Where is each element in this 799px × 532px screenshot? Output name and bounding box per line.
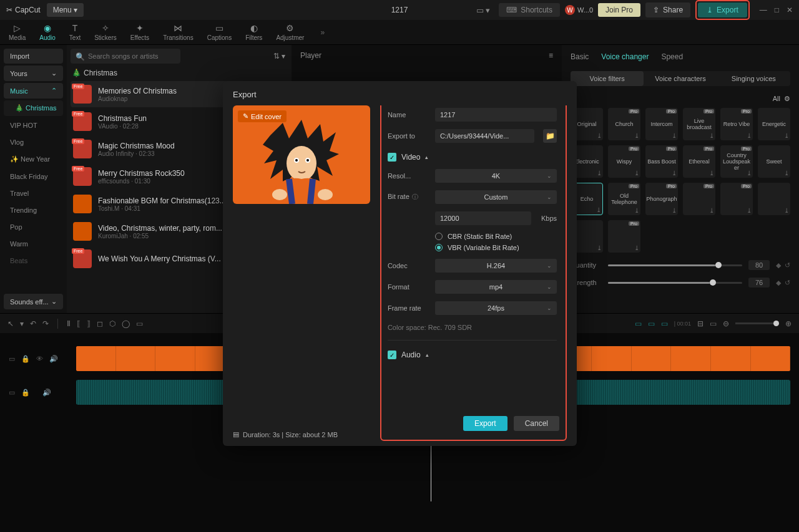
tab-captions[interactable]: ▭Captions xyxy=(207,23,232,41)
voice-effect[interactable]: ProLive broadcast⤓ xyxy=(683,108,715,140)
export-button[interactable]: ⤓Export xyxy=(698,2,747,17)
menu-button[interactable]: Menu ▾ xyxy=(47,3,84,17)
slider-value[interactable]: 76 xyxy=(748,278,770,288)
voice-effect[interactable]: Pro⤓ xyxy=(683,183,715,215)
cbr-radio[interactable]: CBR (Static Bit Rate) xyxy=(435,233,557,240)
track-icon[interactable]: ▭ xyxy=(9,389,15,397)
tab-media[interactable]: ▷Media xyxy=(9,23,26,41)
slider-track[interactable] xyxy=(608,282,742,284)
tab-voice-changer[interactable]: Voice changer xyxy=(601,52,649,61)
share-button[interactable]: ⇪Share xyxy=(645,2,690,17)
sidebar-item-vlog[interactable]: Vlog xyxy=(4,135,63,150)
stepper-icon[interactable]: ◆ xyxy=(776,279,781,287)
tab-text[interactable]: TText xyxy=(69,23,81,41)
aspect-ratio-icon[interactable]: ▭ ▾ xyxy=(473,3,494,17)
user-chip[interactable]: W W...0 xyxy=(565,5,593,15)
lock-icon[interactable]: 🔒 xyxy=(21,389,30,397)
pointer-icon[interactable]: ↖ xyxy=(7,319,14,328)
modal-cancel-button[interactable]: Cancel xyxy=(514,416,559,431)
vbr-radio[interactable]: VBR (Variable Bit Rate) xyxy=(435,244,557,251)
undo-icon[interactable]: ↶ xyxy=(30,319,36,328)
overflow-icon[interactable]: » xyxy=(320,28,325,37)
sidebar-item-trending[interactable]: Trending xyxy=(4,203,63,218)
tab-adjustment[interactable]: ⚙Adjustmer xyxy=(276,23,304,41)
sidebar-item-viphot[interactable]: VIP HOT xyxy=(4,118,63,133)
search-input[interactable] xyxy=(71,49,180,64)
filter-icon[interactable]: ⚙ xyxy=(784,95,790,103)
info-icon[interactable]: ⓘ xyxy=(412,193,418,200)
sidebar-item-beats[interactable]: Beats xyxy=(4,253,63,268)
modal-export-button[interactable]: Export xyxy=(463,416,507,431)
tab-effects[interactable]: ✦Effects xyxy=(130,23,149,41)
tab-filters[interactable]: ◐Filters xyxy=(245,23,262,41)
zoom-slider[interactable] xyxy=(735,322,779,324)
resolution-select[interactable]: 4K⌄ xyxy=(435,169,557,183)
track-icon[interactable]: ▭ xyxy=(9,355,15,363)
maximize-icon[interactable]: □ xyxy=(775,6,779,14)
join-pro-button[interactable]: Join Pro xyxy=(598,3,640,17)
voice-effect[interactable]: Pro⤓ xyxy=(720,183,753,215)
voice-effect[interactable]: Sweet⤓ xyxy=(758,145,790,178)
browse-button[interactable]: 📁 xyxy=(543,129,557,143)
crop-icon[interactable]: ◻ xyxy=(97,319,103,328)
split-icon[interactable]: Ⅱ xyxy=(67,319,71,328)
stepper-icon[interactable]: ◆ xyxy=(776,261,781,269)
sidebar-item-christmas[interactable]: 🎄 Christmas xyxy=(4,100,63,116)
subtab-voice-characters[interactable]: Voice characters xyxy=(644,71,717,86)
tab-basic[interactable]: Basic xyxy=(571,52,589,61)
bitrate-select[interactable]: Custom⌄ xyxy=(435,190,557,204)
voice-effect[interactable]: ProChurch⤓ xyxy=(608,108,640,140)
voice-effect[interactable]: ProRetro Vibe⤓ xyxy=(720,108,753,140)
all-label[interactable]: All xyxy=(773,95,780,103)
sidebar-item-blackfriday[interactable]: Black Friday xyxy=(4,169,63,184)
redo-icon[interactable]: ↷ xyxy=(42,319,49,328)
voice-effect[interactable]: ProIntercom⤓ xyxy=(645,108,678,140)
voice-effect[interactable]: ProEthereal⤓ xyxy=(683,145,715,178)
sort-icon[interactable]: ⇅ ▾ xyxy=(271,49,288,63)
sidebar-item-pop[interactable]: Pop xyxy=(4,220,63,235)
tab-stickers[interactable]: ✧Stickers xyxy=(94,23,117,41)
tl-icon-c[interactable]: ▭ xyxy=(661,319,668,328)
trim-right-icon[interactable]: ⟧ xyxy=(87,319,91,328)
reset-icon[interactable]: ↺ xyxy=(785,261,790,269)
codec-select[interactable]: H.264⌄ xyxy=(435,259,557,273)
sidebar-item-newyear[interactable]: ✨ New Year xyxy=(4,152,63,167)
tl-icon-b[interactable]: ▭ xyxy=(648,319,655,328)
reset-icon[interactable]: ↺ xyxy=(785,279,790,287)
zoom-in-icon[interactable]: ⊕ xyxy=(785,319,792,328)
frame-icon[interactable]: ▭ xyxy=(136,319,143,328)
voice-effect[interactable]: Pro⤓ xyxy=(608,220,640,253)
subtab-singing-voices[interactable]: Singing voices xyxy=(717,71,790,86)
close-icon[interactable]: ✕ xyxy=(787,6,793,14)
voice-effect[interactable]: ProCountry Loudspeak er⤓ xyxy=(720,145,753,178)
sidebar-item-travel[interactable]: Travel xyxy=(4,186,63,201)
sidebar-item-warm[interactable]: Warm xyxy=(4,236,63,251)
minimize-icon[interactable]: — xyxy=(760,6,767,14)
shield-icon[interactable]: ⬡ xyxy=(109,319,115,328)
tab-audio[interactable]: ◉Audio xyxy=(39,23,56,41)
mute-icon[interactable]: 🔊 xyxy=(49,355,58,363)
video-section-toggle[interactable]: ✓ Video ▴ xyxy=(388,153,557,162)
voice-effect[interactable]: ProPhonograph⤓ xyxy=(645,183,678,215)
edit-cover-button[interactable]: ✎Edit cover xyxy=(238,110,287,122)
tab-transitions[interactable]: ⋈Transitions xyxy=(163,23,194,41)
subtab-voice-filters[interactable]: Voice filters xyxy=(571,71,644,86)
exportto-input[interactable] xyxy=(435,129,534,143)
slider-value[interactable]: 80 xyxy=(748,260,770,270)
tab-speed[interactable]: Speed xyxy=(661,52,683,61)
voice-effect[interactable]: ProOld Telephone⤓ xyxy=(608,183,640,215)
music-chip[interactable]: Music⌃ xyxy=(4,83,63,99)
player-menu-icon[interactable]: ≡ xyxy=(549,51,553,60)
mask-icon[interactable]: ◯ xyxy=(122,319,130,328)
zoom-out-icon[interactable]: ⊖ xyxy=(723,319,729,328)
tl-tool-1[interactable]: ⊟ xyxy=(697,319,703,328)
name-input[interactable] xyxy=(435,108,557,122)
eye-icon[interactable]: 👁 xyxy=(36,355,43,363)
framerate-select[interactable]: 24fps⌄ xyxy=(435,301,557,315)
trim-left-icon[interactable]: ⟦ xyxy=(77,319,81,328)
mute-icon[interactable]: 🔊 xyxy=(42,389,51,397)
voice-effect[interactable]: ⤓ xyxy=(758,183,790,215)
audio-section-toggle[interactable]: ✓ Audio ▴ xyxy=(388,351,557,359)
voice-effect[interactable]: Energetic⤓ xyxy=(758,108,790,140)
lock-icon[interactable]: 🔒 xyxy=(21,355,30,363)
